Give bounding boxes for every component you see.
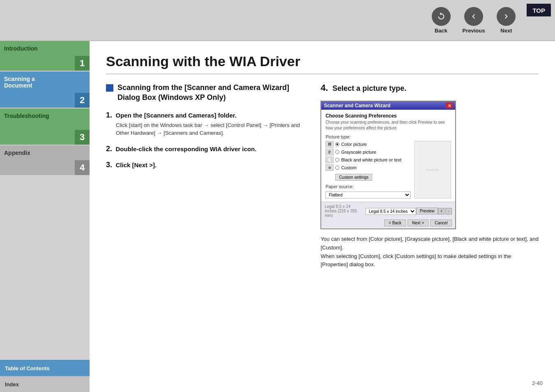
back-button[interactable]: Back (427, 4, 456, 37)
option-custom[interactable]: ⚙ Custom (325, 164, 411, 171)
sidebar-item-scanning-label: Scanning aDocument (0, 71, 90, 91)
zoom-buttons: + - (438, 208, 452, 214)
previous-button[interactable]: Previous (458, 4, 490, 37)
picture-type-label: Picture type: (325, 134, 451, 139)
page-size-select[interactable]: Legal 8.5 x 14 inches (366, 208, 416, 215)
sidebar-index-button[interactable]: Index (0, 376, 90, 392)
next-button[interactable]: Next (492, 4, 520, 37)
sidebar-item-appendix[interactable]: Appendix 4 (0, 145, 90, 175)
previous-icon (464, 7, 483, 26)
previous-label: Previous (463, 28, 485, 34)
back-label: Back (435, 28, 447, 34)
description-line1: You can select from [Color picture], [Gr… (320, 236, 539, 251)
step-1: 1. Open the [Scanners and Cameras] folde… (106, 111, 304, 137)
dialog-next-button[interactable]: Next > (408, 219, 428, 226)
bw-icon: 📄 (325, 157, 334, 163)
description-text: You can select from [Color picture], [Gr… (320, 235, 539, 269)
section-header: Scanning from the [Scanner and Camera Wi… (106, 83, 304, 103)
page-size-label: Legal 8.5 x 14 inches (216 x 355 mm) (325, 204, 363, 218)
custom-label: Custom (341, 165, 357, 170)
main-layout: Introduction 1 Scanning aDocument 2 Trou… (0, 41, 555, 392)
sidebar-item-troubleshooting[interactable]: Troubleshooting 3 (0, 108, 90, 145)
sidebar-toc-button[interactable]: Table of Contents (0, 360, 90, 376)
sidebar: Introduction 1 Scanning aDocument 2 Trou… (0, 41, 90, 392)
wia-footer-top: Legal 8.5 x 14 inches (216 x 355 mm) Leg… (325, 204, 452, 218)
next-label: Next (500, 28, 512, 34)
zoom-in-button[interactable]: + (438, 208, 444, 214)
sidebar-item-troubleshooting-number: 3 (75, 130, 90, 145)
toc-label: Table of Contents (5, 365, 50, 371)
wia-footer: Legal 8.5 x 14 inches (216 x 355 mm) Leg… (321, 202, 455, 228)
sidebar-item-appendix-label: Appendix (0, 145, 90, 159)
wia-body: Choose Scanning Preferences Choose your … (321, 110, 455, 202)
sidebar-item-scanning-number: 2 (75, 93, 90, 108)
index-label: Index (5, 381, 19, 387)
color-radio[interactable] (335, 142, 339, 146)
step-4-num: 4. (320, 83, 328, 93)
bw-label: Black and white picture or text (341, 157, 401, 162)
color-label: Color picture (341, 142, 366, 147)
paper-source-label: Paper source: (325, 184, 411, 189)
wia-subtitle: Choose Scanning Preferences (325, 113, 451, 119)
step-4-title: Select a picture type. (332, 84, 406, 92)
step-3-num: 3. (106, 161, 112, 169)
wia-footer-left: Legal 8.5 x 14 inches (216 x 355 mm) Leg… (325, 204, 416, 218)
custom-icon: ⚙ (325, 164, 334, 171)
sidebar-item-introduction[interactable]: Introduction 1 (0, 41, 90, 71)
top-bar: Back Previous Next TOP (0, 0, 555, 41)
content-area: Scanning with the WIA Driver Scanning fr… (90, 41, 555, 392)
preview-button[interactable]: Preview (416, 208, 438, 214)
page-number: 2-40 (532, 380, 543, 386)
step-1-sub: Click [start] on the Windows task bar → … (116, 121, 304, 137)
wia-footer-buttons: < Back Next > Cancel (325, 219, 452, 226)
sidebar-item-scanning[interactable]: Scanning aDocument 2 (0, 71, 90, 108)
paper-source: Paper source: Flatbed (325, 184, 411, 198)
nav-buttons: Back Previous Next TOP (427, 4, 551, 37)
sidebar-item-appendix-number: 4 (75, 160, 90, 175)
step-1-num: 1. (106, 111, 112, 119)
custom-settings-button[interactable]: Custom settings (335, 174, 372, 181)
color-icon: 🖼 (325, 141, 334, 148)
zoom-out-button[interactable]: - (445, 208, 452, 214)
paper-source-select[interactable]: Flatbed (325, 191, 411, 198)
step-2-title: Double-click the corresponding WIA drive… (115, 145, 256, 152)
bw-radio[interactable] (335, 158, 339, 162)
top-label[interactable]: TOP (527, 4, 551, 16)
custom-radio[interactable] (335, 166, 339, 170)
option-grayscale[interactable]: 🌫 Grayscale picture (325, 149, 411, 155)
wia-desc: Choose your scanning preferences, and th… (325, 120, 451, 131)
dialog-back-button[interactable]: < Back (384, 219, 406, 226)
page-title: Scanning with the WIA Driver (106, 53, 539, 74)
dialog-cancel-button[interactable]: Cancel (430, 219, 452, 226)
grayscale-icon: 🌫 (325, 149, 334, 155)
wia-dialog: Scanner and Camera Wizard ✕ Choose Scann… (320, 101, 456, 229)
option-color[interactable]: 🖼 Color picture (325, 141, 411, 148)
step-3-title: Click [Next >]. (115, 161, 157, 168)
sidebar-item-introduction-number: 1 (75, 56, 90, 71)
wia-options: 🖼 Color picture 🌫 Grayscale picture (325, 141, 411, 198)
grayscale-label: Grayscale picture (341, 150, 376, 154)
grayscale-radio[interactable] (335, 150, 339, 154)
step-3: 3. Click [Next >]. (106, 161, 304, 169)
description-line2: When selecting [Custom], click [Custom s… (320, 253, 511, 268)
step-4: 4. Select a picture type. (320, 83, 539, 93)
left-column: Scanning from the [Scanner and Camera Wi… (106, 83, 304, 269)
wia-titlebar: Scanner and Camera Wizard ✕ (321, 101, 455, 110)
option-bw[interactable]: 📄 Black and white picture or text (325, 157, 411, 163)
wia-preview-pane: preview (414, 141, 451, 198)
step-2: 2. Double-click the corresponding WIA dr… (106, 145, 304, 153)
right-column: 4. Select a picture type. Scanner and Ca… (320, 83, 539, 269)
step-2-num: 2. (106, 145, 112, 153)
wia-layout: 🖼 Color picture 🌫 Grayscale picture (325, 141, 451, 198)
sidebar-item-troubleshooting-label: Troubleshooting (0, 108, 90, 122)
back-icon (432, 7, 451, 26)
sidebar-item-introduction-label: Introduction (0, 41, 90, 54)
next-icon (497, 7, 516, 26)
two-column-layout: Scanning from the [Scanner and Camera Wi… (106, 83, 539, 269)
wia-close-button[interactable]: ✕ (446, 103, 453, 108)
section-icon (106, 84, 113, 92)
wia-title: Scanner and Camera Wizard (324, 103, 390, 108)
section-title: Scanning from the [Scanner and Camera Wi… (117, 83, 304, 103)
sidebar-bottom: Table of Contents Index (0, 360, 90, 392)
step-1-title: Open the [Scanners and Cameras] folder. (115, 112, 236, 119)
